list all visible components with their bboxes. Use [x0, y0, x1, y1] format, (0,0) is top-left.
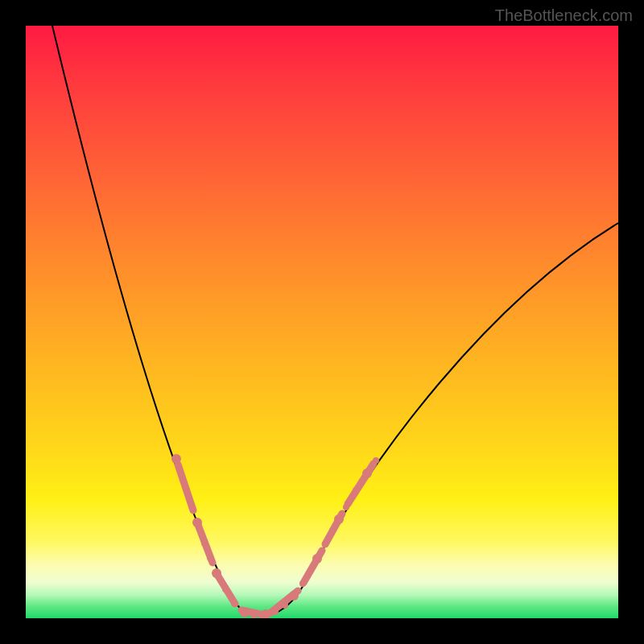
data-marker [334, 514, 344, 524]
data-marker [222, 586, 229, 592]
data-marker [240, 608, 250, 617]
watermark-text: TheBottleneck.com [495, 6, 633, 25]
data-marker [201, 540, 208, 547]
data-marker [373, 457, 379, 464]
marker-overlay-segments [178, 464, 374, 615]
data-marker [299, 580, 306, 587]
data-marker [179, 473, 185, 480]
data-marker [207, 555, 213, 561]
data-marker [312, 554, 322, 564]
data-marker [362, 469, 372, 478]
data-marker [329, 527, 336, 534]
plot-area [26, 26, 618, 618]
data-marker [171, 454, 181, 464]
data-marker [307, 568, 313, 575]
data-marker [272, 609, 279, 615]
data-marker [289, 591, 299, 601]
data-marker [322, 541, 328, 547]
data-marker [192, 518, 202, 527]
data-marker [282, 602, 288, 609]
data-marker [353, 487, 359, 493]
chart-container: TheBottleneck.com [0, 0, 644, 644]
data-marker [188, 502, 195, 509]
data-marker [212, 568, 221, 578]
data-marker [250, 612, 257, 618]
chart-svg [26, 26, 618, 618]
data-marker [231, 601, 237, 607]
data-marker [343, 504, 349, 510]
